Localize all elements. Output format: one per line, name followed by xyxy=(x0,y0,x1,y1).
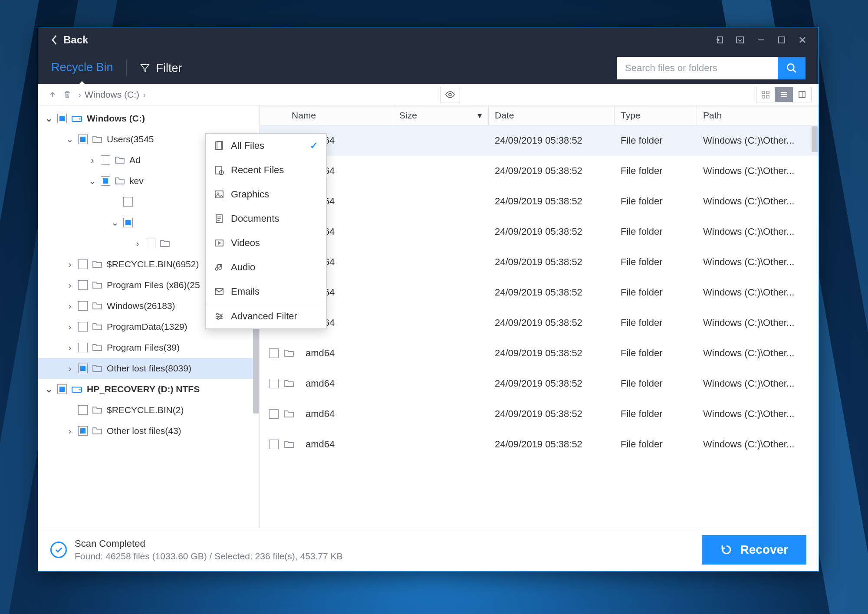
expand-icon[interactable]: › xyxy=(66,322,74,332)
filter-item[interactable]: Documents xyxy=(206,207,326,231)
filter-item-icon xyxy=(214,287,224,296)
checkbox[interactable] xyxy=(101,176,110,186)
checkbox[interactable] xyxy=(78,135,88,144)
col-size[interactable]: Size▾ xyxy=(393,105,489,125)
filter-item-label: Emails xyxy=(231,286,260,297)
svg-point-11 xyxy=(79,118,80,119)
file-row[interactable]: amd6424/09/2019 05:38:52File folderWindo… xyxy=(260,338,819,368)
col-name[interactable]: Name xyxy=(286,105,393,125)
filter-item[interactable]: Videos xyxy=(206,231,326,255)
checkbox[interactable] xyxy=(78,426,88,436)
collapse-icon[interactable]: ⌄ xyxy=(45,113,53,124)
expand-icon[interactable]: › xyxy=(66,363,74,374)
tree-node[interactable]: ⌄HP_RECOVERY (D:) NTFS xyxy=(38,379,259,400)
expand-icon[interactable]: › xyxy=(134,238,141,249)
cell-date: 24/09/2019 05:38:52 xyxy=(489,135,615,146)
file-row[interactable]: amd6424/09/2019 05:38:52File folderWindo… xyxy=(260,399,819,429)
tab-recycle-bin[interactable]: Recycle Bin xyxy=(51,61,113,76)
col-checkbox[interactable] xyxy=(260,105,286,125)
tree-node[interactable]: ⌄Windows (C:) xyxy=(38,108,259,129)
checkbox[interactable] xyxy=(78,280,88,290)
file-row[interactable]: amd6424/09/2019 05:38:52File folderWindo… xyxy=(260,186,819,217)
filter-item[interactable]: Audio xyxy=(206,255,326,279)
collapse-icon[interactable]: ⌄ xyxy=(89,176,96,186)
collapse-icon[interactable]: ⌄ xyxy=(45,384,53,394)
close-button[interactable] xyxy=(798,35,807,45)
view-grid[interactable] xyxy=(756,87,775,102)
svg-rect-18 xyxy=(215,191,223,198)
checkbox[interactable] xyxy=(78,405,88,415)
cell-type: File folder xyxy=(615,287,697,298)
file-row[interactable]: amd6424/09/2019 05:38:52File folderWindo… xyxy=(260,429,819,460)
tree-node[interactable]: $RECYCLE.BIN(2) xyxy=(38,400,259,420)
expand-icon[interactable]: › xyxy=(66,259,74,269)
maximize-button[interactable] xyxy=(777,35,786,45)
row-checkbox[interactable] xyxy=(269,379,279,388)
svg-rect-7 xyxy=(762,95,765,98)
minimize-button[interactable] xyxy=(756,35,766,45)
svg-rect-14 xyxy=(216,142,221,150)
checkbox[interactable] xyxy=(78,343,88,352)
checkbox[interactable] xyxy=(57,384,67,394)
back-button[interactable]: Back xyxy=(38,27,101,53)
filter-dropdown: All Files✓Recent FilesGraphicsDocumentsV… xyxy=(205,133,327,329)
up-icon[interactable] xyxy=(49,91,56,99)
filter-item-icon xyxy=(214,141,224,151)
cell-path: Windows (C:)\Other... xyxy=(697,196,819,207)
expand-icon[interactable]: › xyxy=(89,155,96,165)
preview-toggle[interactable] xyxy=(440,87,460,102)
breadcrumb-sep: › xyxy=(78,89,81,100)
checkbox[interactable] xyxy=(78,301,88,311)
checkbox[interactable] xyxy=(146,239,155,248)
filter-button[interactable]: Filter xyxy=(140,62,182,75)
expand-icon[interactable]: › xyxy=(66,426,74,436)
tree-label: Program Files (x86)(25 xyxy=(107,280,200,290)
checkbox[interactable] xyxy=(78,322,88,332)
trash-icon[interactable] xyxy=(63,90,71,99)
list-scrollbar[interactable] xyxy=(812,126,818,152)
breadcrumb-part[interactable]: Windows (C:) xyxy=(85,89,139,100)
row-checkbox[interactable] xyxy=(269,440,279,449)
search-input[interactable] xyxy=(617,57,778,79)
col-type[interactable]: Type xyxy=(615,105,697,125)
tree-node[interactable]: ›Other lost files(43) xyxy=(38,420,259,441)
row-checkbox[interactable] xyxy=(269,348,279,358)
view-list[interactable] xyxy=(775,87,793,102)
dropdown-icon[interactable] xyxy=(735,35,745,45)
file-row[interactable]: amd6424/09/2019 05:38:52File folderWindo… xyxy=(260,368,819,399)
collapse-icon[interactable]: ⌄ xyxy=(111,217,119,228)
row-checkbox[interactable] xyxy=(269,409,279,419)
file-row[interactable]: amd6424/09/2019 05:38:52File folderWindo… xyxy=(260,156,819,186)
file-row[interactable]: amd6424/09/2019 05:38:52File folderWindo… xyxy=(260,308,819,338)
folder-icon xyxy=(92,406,102,414)
expand-icon[interactable]: › xyxy=(66,280,74,290)
file-row[interactable]: amd6424/09/2019 05:38:52File folderWindo… xyxy=(260,217,819,247)
col-date[interactable]: Date xyxy=(489,105,615,125)
view-detail[interactable] xyxy=(793,87,811,102)
search-button[interactable] xyxy=(778,57,806,79)
cell-date: 24/09/2019 05:38:52 xyxy=(489,196,615,207)
file-row[interactable]: amd6424/09/2019 05:38:52File folderWindo… xyxy=(260,247,819,277)
checkbox[interactable] xyxy=(101,155,110,165)
filter-advanced[interactable]: Advanced Filter xyxy=(206,304,326,328)
expand-icon[interactable]: › xyxy=(66,342,74,353)
filter-item-label: Recent Files xyxy=(231,164,284,176)
filter-item[interactable]: All Files✓ xyxy=(206,134,326,158)
checkbox[interactable] xyxy=(78,364,88,373)
col-path[interactable]: Path xyxy=(697,105,819,125)
login-icon[interactable] xyxy=(714,35,724,45)
expand-icon[interactable]: › xyxy=(66,301,74,311)
recover-button[interactable]: Recover xyxy=(702,535,806,565)
checkbox[interactable] xyxy=(123,218,133,227)
checkbox[interactable] xyxy=(123,197,133,207)
file-row[interactable]: amd6424/09/2019 05:38:52File folderWindo… xyxy=(260,125,819,156)
collapse-icon[interactable]: ⌄ xyxy=(66,134,74,144)
filter-item[interactable]: Recent Files xyxy=(206,158,326,182)
checkbox[interactable] xyxy=(57,114,67,123)
tree-node[interactable]: ›Program Files(39) xyxy=(38,337,259,358)
filter-item[interactable]: Graphics xyxy=(206,182,326,207)
filter-item[interactable]: Emails xyxy=(206,279,326,304)
checkbox[interactable] xyxy=(78,259,88,269)
tree-node[interactable]: ›Other lost files(8039) xyxy=(38,358,259,379)
file-row[interactable]: amd6424/09/2019 05:38:52File folderWindo… xyxy=(260,277,819,308)
